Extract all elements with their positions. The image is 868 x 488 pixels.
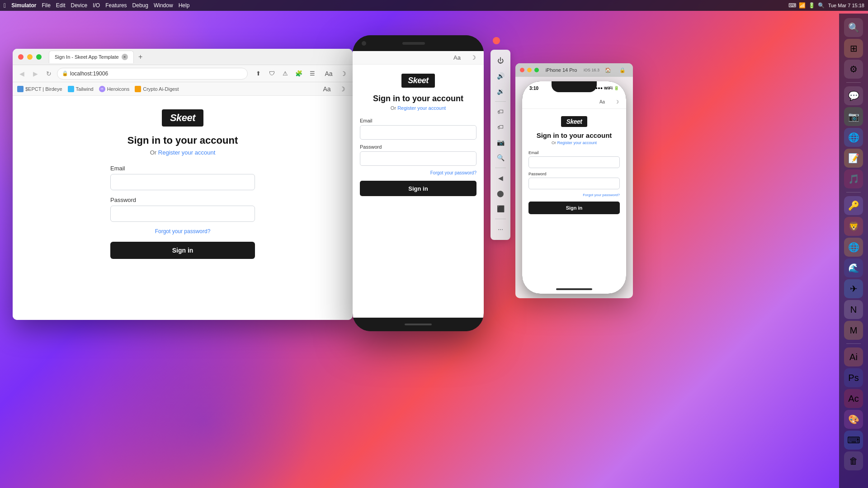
- iphone-min-button[interactable]: [527, 68, 532, 72]
- bookmark-crypto[interactable]: Crypto Ai-Digest: [135, 86, 179, 92]
- forgot-password-link[interactable]: Forgot your password?: [155, 228, 211, 235]
- iphone-translate-button[interactable]: Aa: [596, 96, 608, 108]
- android-dark-mode-button[interactable]: ☽: [467, 52, 479, 64]
- signin-button[interactable]: Sign in: [110, 242, 255, 259]
- iphone-signin-button[interactable]: Sign in: [528, 202, 620, 214]
- sidebar-vscode-icon[interactable]: ⌨: [844, 431, 863, 450]
- extensions-button[interactable]: 🧩: [293, 68, 305, 80]
- android-forgot-password-link[interactable]: Forgot your password?: [360, 170, 476, 175]
- sidebar-chrome-icon[interactable]: 🌐: [844, 238, 863, 257]
- shield-button[interactable]: 🛡: [266, 68, 278, 80]
- menu-features[interactable]: Features: [105, 2, 127, 9]
- sidebar-figma-icon[interactable]: 🎨: [844, 410, 863, 429]
- warning-button[interactable]: ⚠: [279, 68, 291, 80]
- menu-window[interactable]: Window: [154, 2, 173, 9]
- menu-io[interactable]: I/O: [93, 2, 100, 9]
- sim-camera-button[interactable]: 📷: [493, 135, 508, 150]
- sidebar-facetime-icon[interactable]: 📷: [844, 107, 863, 126]
- android-translate-button[interactable]: Aa: [451, 52, 463, 64]
- sidebar-passwords-icon[interactable]: 🔑: [844, 196, 863, 215]
- android-register-link[interactable]: Register your account: [397, 105, 446, 111]
- iphone-dark-mode-button[interactable]: ☽: [611, 96, 623, 108]
- sim-zoom-button[interactable]: 🔍: [493, 150, 508, 165]
- email-input[interactable]: [110, 174, 255, 190]
- browser-tab-active[interactable]: Sign In - Skeet App Template ×: [49, 51, 134, 63]
- bookmark-epct[interactable]: $EPCT | Birdeye: [17, 86, 62, 92]
- close-button[interactable]: [18, 54, 24, 60]
- sim-more-button[interactable]: ···: [493, 222, 508, 236]
- register-link[interactable]: Register your account: [158, 149, 215, 156]
- sim-back-button[interactable]: ◀: [493, 171, 508, 185]
- translate-button[interactable]: Aa: [323, 68, 335, 80]
- sidebar-brave-icon[interactable]: 🦁: [844, 217, 863, 236]
- sidebar-trash-icon[interactable]: 🗑: [844, 451, 863, 470]
- sidebar-finder-icon[interactable]: 🔍: [844, 18, 863, 37]
- android-signin-button[interactable]: Sign in: [360, 181, 476, 196]
- iphone-email-input[interactable]: [528, 156, 620, 168]
- menu-help[interactable]: Help: [179, 2, 190, 9]
- apple-menu[interactable]: : [4, 2, 6, 9]
- forward-button[interactable]: ▶: [30, 68, 41, 79]
- android-home-indicator[interactable]: [405, 324, 432, 325]
- sidebar-messages-icon[interactable]: 💬: [844, 86, 863, 105]
- share-button[interactable]: ⬆: [252, 68, 264, 80]
- bookmark-tailwind[interactable]: Tailwind: [68, 86, 94, 92]
- sim-square-button[interactable]: ⬛: [493, 202, 508, 216]
- iphone-forgot-password-link[interactable]: Forgot your password?: [528, 193, 620, 197]
- menu-device[interactable]: Device: [71, 2, 88, 9]
- right-sidebar: 🔍 ⊞ ⚙ 💬 📷 🌐 📝 🎵 🔑 🦁 🌐 🌊 ✈ N M Ai Ps Ac 🎨…: [839, 14, 868, 488]
- iphone-close-button[interactable]: [520, 68, 524, 72]
- tab-close-button[interactable]: ×: [122, 54, 128, 60]
- bookmarks-bar: $EPCT | Birdeye Tailwind H Heroicons Cry…: [13, 82, 353, 96]
- minimize-button[interactable]: [27, 54, 33, 60]
- iphone-home-bar[interactable]: [556, 288, 592, 290]
- sidebar-safari-icon[interactable]: 🌐: [844, 128, 863, 147]
- translate-button-2[interactable]: Aa: [321, 83, 333, 95]
- sim-power-button[interactable]: ⏻: [493, 53, 508, 68]
- new-tab-button[interactable]: +: [136, 52, 146, 62]
- back-button[interactable]: ◀: [16, 68, 27, 79]
- sidebar-notes-icon[interactable]: 📝: [844, 149, 863, 168]
- dark-mode-button[interactable]: ☽: [337, 68, 349, 80]
- android-password-input[interactable]: [360, 151, 476, 166]
- menu-debug[interactable]: Debug: [132, 2, 148, 9]
- address-bar[interactable]: 🔒 localhost:19006: [57, 68, 248, 80]
- menu-file[interactable]: File: [42, 2, 50, 9]
- menu-edit[interactable]: Edit: [56, 2, 66, 9]
- bookmark-heroicons[interactable]: H Heroicons: [99, 86, 130, 92]
- password-input[interactable]: [110, 206, 255, 222]
- sidebar-illustrator-icon[interactable]: Ai: [844, 347, 863, 366]
- iphone-password-input[interactable]: [528, 178, 620, 189]
- iphone-ios-toolbar: Aa ☽: [522, 95, 626, 109]
- android-speaker: [402, 42, 425, 45]
- sidebar-photoshop-icon[interactable]: Ps: [844, 368, 863, 387]
- sim-volume-down-button[interactable]: 🔉: [493, 84, 508, 99]
- android-email-input[interactable]: [360, 125, 476, 140]
- iphone-register-link[interactable]: Register your account: [557, 141, 597, 145]
- sidebar-acrobat-icon[interactable]: Ac: [844, 389, 863, 408]
- sim-tag-button-1[interactable]: 🏷: [493, 104, 508, 119]
- maximize-button[interactable]: [36, 54, 42, 60]
- sim-home-button[interactable]: ⬤: [493, 186, 508, 201]
- iphone-home-button[interactable]: 🏠: [602, 64, 614, 76]
- sim-tag-button-2[interactable]: 🏷: [493, 120, 508, 134]
- signin-title: Sign in to your account: [127, 135, 238, 146]
- iphone-lock-button[interactable]: 🔒: [617, 64, 628, 76]
- iphone-max-button[interactable]: [534, 68, 539, 72]
- sidebar-launchpad-icon[interactable]: ⊞: [844, 39, 863, 58]
- dark-mode-button-2[interactable]: ☽: [336, 83, 348, 95]
- sidebar-miro-icon[interactable]: M: [844, 321, 863, 340]
- browser-settings-button[interactable]: ☰: [307, 68, 318, 80]
- sidebar-edge-icon[interactable]: 🌊: [844, 258, 863, 277]
- sim-divider-1: [495, 101, 506, 102]
- simulator-panel: ⏻ 🔊 🔉 🏷 🏷 📷 🔍 ◀ ⬤ ⬛ ···: [491, 50, 510, 240]
- sidebar-telegram-icon[interactable]: ✈: [844, 279, 863, 298]
- sidebar-notion-icon[interactable]: N: [844, 300, 863, 319]
- refresh-button[interactable]: ↻: [43, 68, 54, 79]
- sim-volume-up-button[interactable]: 🔊: [493, 69, 508, 83]
- simulator-close-button[interactable]: [493, 37, 500, 44]
- sidebar-settings-icon[interactable]: ⚙: [844, 60, 863, 79]
- menubar-left:  Simulator File Edit Device I/O Feature…: [4, 2, 189, 9]
- sidebar-music-icon[interactable]: 🎵: [844, 169, 863, 188]
- menu-simulator[interactable]: Simulator: [11, 2, 36, 9]
